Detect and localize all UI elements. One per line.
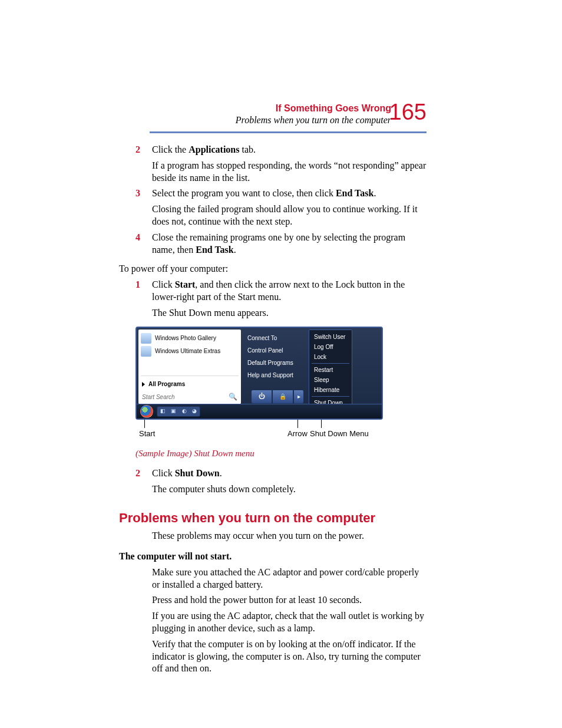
step-number: 4 [135,232,152,256]
quick-launch[interactable]: ◧ ▣ ◐ ◕ [157,406,200,417]
step-2: 2 Click the Applications tab. [135,144,427,156]
quick-launch-icon[interactable]: ◧ [160,408,166,415]
text: tab. [239,144,256,154]
step-number: 2 [135,467,152,480]
text: . [234,245,236,255]
body-p2: Press and hold the power button for at l… [152,594,427,607]
lock-button[interactable]: 🔒 [272,390,293,404]
step-body: Click Start, and then click the arrow ne… [152,279,427,304]
text: . [220,468,222,478]
text-bold: Applications [189,144,239,154]
page: 165 If Something Goes Wrong Problems whe… [0,0,562,728]
step-number: 1 [135,279,152,304]
step-b1-para: The Shut Down menu appears. [152,307,427,319]
shutdown-menu: Switch User Log Off Lock Restart Sleep H… [309,330,352,410]
annotation-arrow: Arrow [287,429,308,439]
step-body: Click Shut Down. [152,467,427,480]
content: 2 Click the Applications tab. If a progr… [135,144,427,675]
text: Click [152,279,175,289]
text: Select the program you want to close, th… [152,188,336,198]
menu-item-hibernate[interactable]: Hibernate [309,385,352,395]
search-box[interactable]: Start Search 🔍 [138,391,241,404]
step-4: 4 Close the remaining programs one by on… [135,232,427,256]
menu-item-photo-gallery[interactable]: Windows Photo Gallery [141,332,239,345]
header-rule [150,131,427,133]
step-body: Click the Applications tab. [152,144,427,156]
header-subtitle: Problems when you turn on the computer [135,115,391,126]
label: All Programs [148,380,185,388]
start-orb-icon[interactable] [140,405,153,418]
menu-item-connect-to[interactable]: Connect To [244,332,308,344]
step-c2-para: The computer shuts down completely. [152,483,427,496]
menu-item-default-programs[interactable]: Default Programs [244,357,308,369]
text-bold: End Task [336,188,374,198]
search-placeholder: Start Search [142,393,175,401]
annotation-shutdown-menu: Shut Down Menu [310,429,369,439]
step-body: Close the remaining programs one by one … [152,232,427,256]
step-number: 3 [135,187,152,200]
step-number: 2 [135,144,152,156]
text: Close the remaining programs one by one … [152,232,405,255]
annotation-start: Start [139,429,155,439]
annotation-tick [144,420,145,428]
chapter-title: If Something Goes Wrong [135,103,391,114]
app-icon [141,346,151,357]
app-icon [141,333,151,344]
label: Windows Ultimate Extras [155,347,220,355]
text-bold: Shut Down [175,468,220,478]
separator [312,363,349,364]
menu-item-log-off[interactable]: Log Off [309,342,352,352]
shutdown-arrow-button[interactable]: ▸ [293,390,304,404]
quick-launch-icon[interactable]: ◕ [192,408,197,415]
step-3-para: Closing the failed program should allow … [152,203,427,228]
menu-item-sleep[interactable]: Sleep [309,375,352,385]
subheading-will-not-start: The computer will not start. [119,551,427,563]
start-menu: Windows Photo Gallery Windows Ultimate E… [135,327,383,420]
figure-caption: (Sample Image) Shut Down menu [135,448,383,460]
text-bold: Start [175,279,196,289]
annotation-tick [297,420,298,428]
menu-item-lock[interactable]: Lock [309,352,352,362]
all-programs[interactable]: All Programs [141,378,239,390]
start-menu-right-pane: Connect To Control Panel Default Program… [244,330,308,392]
step-c2: 2 Click Shut Down. [135,467,427,480]
search-icon: 🔍 [229,393,237,402]
step-body: Select the program you want to close, th… [152,187,427,200]
menu-item-help-support[interactable]: Help and Support [244,369,308,381]
quick-launch-icon[interactable]: ◐ [182,408,187,415]
text: Click [152,468,175,478]
step-2-para: If a program has stopped responding, the… [152,160,427,185]
page-number: 165 [389,100,427,125]
step-b1: 1 Click Start, and then click the arrow … [135,279,427,304]
text: Click the [152,144,189,154]
page-header: 165 If Something Goes Wrong Problems whe… [135,103,427,133]
triangle-icon [142,382,145,387]
text-bold: End Task [196,245,234,255]
menu-item-restart[interactable]: Restart [309,365,352,375]
step-3: 3 Select the program you want to close, … [135,187,427,200]
quick-launch-icon[interactable]: ▣ [171,408,176,415]
poweroff-intro: To power off your computer: [119,263,427,275]
body-p4: Verify that the computer is on by lookin… [152,638,427,675]
body-p3: If you are using the AC adaptor, check t… [152,610,427,635]
annotation-tick [321,420,322,428]
taskbar: ◧ ▣ ◐ ◕ [137,404,382,419]
separator [141,375,239,376]
heading-problems: Problems when you turn on the computer [119,510,427,527]
text: . [373,188,376,198]
menu-item-control-panel[interactable]: Control Panel [244,344,308,357]
label: Windows Photo Gallery [155,334,216,342]
separator [312,396,349,397]
menu-item-ultimate-extras[interactable]: Windows Ultimate Extras [141,345,239,358]
menu-item-switch-user[interactable]: Switch User [309,332,352,342]
figure-annotations: Start Arrow Shut Down Menu [135,420,383,446]
figure-shutdown-menu: Windows Photo Gallery Windows Ultimate E… [135,327,383,460]
power-button-group: ⏻ 🔒 ▸ [251,390,304,404]
body-p1: Make sure you attached the AC adaptor an… [152,566,427,591]
power-button[interactable]: ⏻ [251,390,272,404]
heading-para: These problems may occur when you turn o… [152,530,427,542]
